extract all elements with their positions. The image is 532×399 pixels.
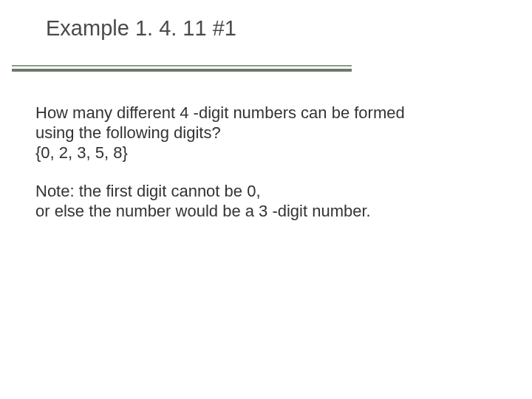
body-line: How many different 4 -digit numbers can … (35, 103, 488, 123)
slide: Example 1. 4. 11 #1 How many different 4… (0, 0, 532, 399)
slide-body: How many different 4 -digit numbers can … (35, 103, 488, 222)
body-line: using the following digits? (35, 123, 488, 143)
paragraph-gap (35, 163, 488, 182)
title-underline (12, 65, 352, 72)
body-line: {0, 2, 3, 5, 8} (35, 143, 488, 163)
body-line: or else the number would be a 3 -digit n… (35, 202, 488, 222)
underline-thick (12, 69, 352, 72)
body-line: Note: the first digit cannot be 0, (35, 182, 488, 202)
underline-thin (12, 65, 352, 66)
slide-title: Example 1. 4. 11 #1 (46, 16, 236, 41)
